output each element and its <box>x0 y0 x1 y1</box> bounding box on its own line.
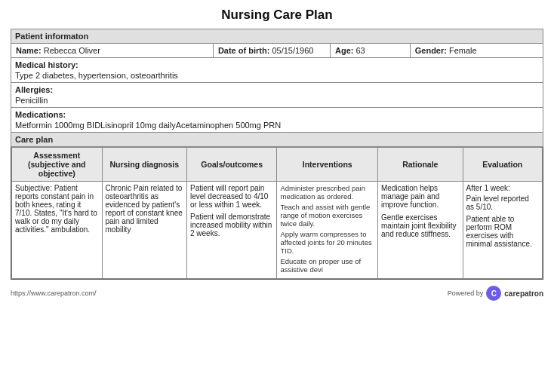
evaluation-cell: After 1 week: Pain level reported as 5/1… <box>463 182 543 279</box>
interventions-list: Administer prescribed pain medication as… <box>280 184 374 274</box>
dob-cell: Date of birth: 05/15/1960 <box>213 44 330 58</box>
goals-text-2: Patient will demonstrate increased mobil… <box>190 213 274 237</box>
goals-cell: Patient will report pain level decreased… <box>186 182 277 279</box>
rationale-1: Medication helps manage pain and improve… <box>381 184 459 209</box>
col-nursing-diagnosis-header: Nursing diagnosis <box>102 148 186 182</box>
dob-value: 05/15/1960 <box>272 46 313 55</box>
name-cell: Name: Rebecca Oliver <box>11 44 214 58</box>
powered-by-text: Powered by <box>448 289 484 297</box>
assessment-cell: Subjective: Patient reports constant pai… <box>12 182 103 279</box>
age-cell: Age: 63 <box>330 44 410 58</box>
care-plan-table-cell: Assessment (subjective and objective) Nu… <box>11 147 543 280</box>
footer-url[interactable]: https://www.carepatron.com/ <box>11 289 97 297</box>
intervention-4: Educate on proper use of assistive devi <box>280 257 374 274</box>
medications-value: Metformin 1000mg BIDLisinopril 10mg dail… <box>15 121 539 130</box>
patient-info-header: Patient informaton <box>11 29 543 44</box>
col-goals-header: Goals/outcomes <box>186 148 277 182</box>
name-value: Rebecca Oliver <box>44 46 100 55</box>
main-table: Patient informaton Name: Rebecca Oliver … <box>11 29 543 280</box>
care-plan-header: Care plan <box>11 133 543 147</box>
intervention-1: Administer prescribed pain medication as… <box>280 184 374 201</box>
allergies-cell: Allergies: Penicillin <box>11 83 543 108</box>
page-title: Nursing Care Plan <box>11 8 543 23</box>
gender-label: Gender: <box>415 46 447 55</box>
care-plan-header-row: Assessment (subjective and objective) Nu… <box>12 148 543 182</box>
medical-history-value: Type 2 diabetes, hypertension, osteoarth… <box>15 71 539 80</box>
page: Nursing Care Plan Patient informaton Nam… <box>0 0 554 392</box>
medical-history-label: Medical history: <box>15 60 539 69</box>
carepatron-icon: C <box>486 286 501 301</box>
rationale-2: Gentle exercises maintain joint flexibil… <box>381 213 459 238</box>
medical-history-cell: Medical history: Type 2 diabetes, hypert… <box>11 58 543 83</box>
col-interventions-header: Interventions <box>277 148 378 182</box>
evaluation-3: Patient able to perform ROM exercises wi… <box>466 215 540 248</box>
evaluation-2: Pain level reported as 5/10. <box>466 194 540 211</box>
name-label: Name: <box>16 46 42 55</box>
col-assessment-header: Assessment (subjective and objective) <box>12 148 103 182</box>
interventions-cell: Administer prescribed pain medication as… <box>277 182 378 279</box>
age-label: Age: <box>335 46 353 55</box>
col-evaluation-header: Evaluation <box>463 148 543 182</box>
carepatron-logo: Powered by C carepatron <box>448 286 543 301</box>
dob-label: Date of birth: <box>218 46 269 55</box>
gender-value: Female <box>449 46 477 55</box>
nursing-diagnosis-cell: Chronic Pain related to osteoarthritis a… <box>102 182 186 279</box>
medications-label: Medications: <box>15 110 539 119</box>
patient-demographics-row: Name: Rebecca Oliver Date of birth: 05/1… <box>11 44 543 58</box>
care-plan-table: Assessment (subjective and objective) Nu… <box>11 147 543 279</box>
rationale-cell: Medication helps manage pain and improve… <box>378 182 463 279</box>
footer: https://www.carepatron.com/ Powered by C… <box>11 284 543 302</box>
goals-text-1: Patient will report pain level decreased… <box>190 184 274 209</box>
gender-cell: Gender: Female <box>410 44 543 58</box>
allergies-label: Allergies: <box>15 85 539 94</box>
evaluation-1: After 1 week: <box>466 184 540 192</box>
intervention-2: Teach and assist with gentle range of mo… <box>280 203 374 228</box>
medications-cell: Medications: Metformin 1000mg BIDLisinop… <box>11 108 543 133</box>
intervention-3: Apply warm compresses to affected joints… <box>280 230 374 255</box>
carepatron-name: carepatron <box>504 289 543 298</box>
age-value: 63 <box>356 46 365 55</box>
col-rationale-header: Rationale <box>378 148 463 182</box>
allergies-value: Penicillin <box>15 96 539 105</box>
care-plan-row: Subjective: Patient reports constant pai… <box>12 182 543 279</box>
